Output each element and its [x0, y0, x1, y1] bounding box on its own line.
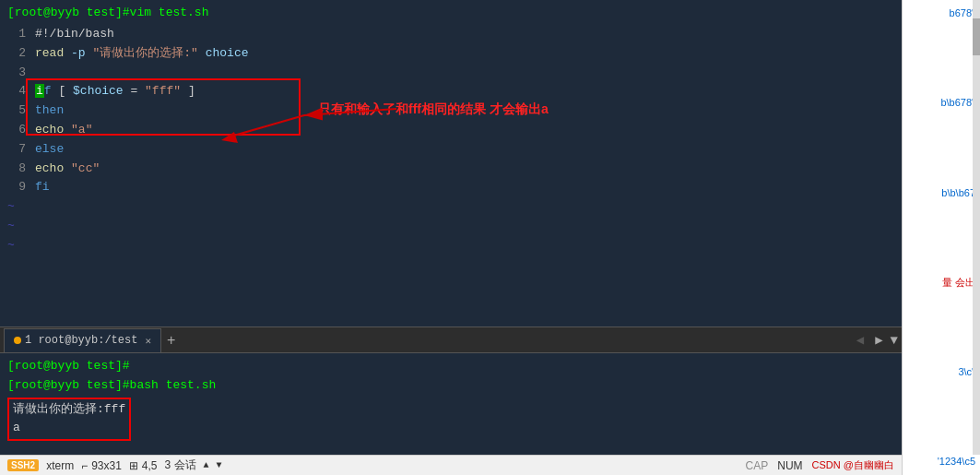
tilde-lines: ~ ~ ~ — [0, 197, 902, 255]
terminal-tab[interactable]: 1 root@byyb:/test ✕ — [4, 328, 161, 352]
terminal-input-box-wrapper: 请做出你的选择:fff a — [7, 396, 894, 442]
dimensions-label: ⌐ 93x31 — [81, 459, 122, 472]
tab-add-button[interactable]: + — [161, 332, 181, 349]
tab-close[interactable]: ✕ — [145, 335, 151, 347]
sidebar-item-3: b\b\b67 — [904, 184, 978, 203]
code-line-1: 1 #!/bin/bash — [7, 25, 894, 44]
editor-area: [root@byyb test]#vim test.sh 1 #!/bin/ba… — [0, 0, 902, 327]
tabs-right: ◀ ▶ ▼ — [853, 332, 898, 348]
terminal-line-1: [root@byyb test]# — [7, 357, 894, 376]
scrollbar-track — [973, 0, 980, 455]
tab-dot — [14, 337, 21, 344]
terminal-line-3: 请做出你的选择:fff — [13, 400, 125, 420]
num-label: NUM — [777, 459, 802, 472]
ssh2-icon: SSH2 — [7, 459, 39, 471]
status-right: CAP NUM CSDN @自幽幽白 — [746, 458, 894, 472]
right-sidebar: b678" b\b678" b\b\b67 量 会出 3\c" '1234\c5 — [902, 0, 980, 475]
code-line-4: 4 if [ $choice = "fff" ] — [7, 82, 894, 101]
tab-label: 1 root@byyb:/test — [25, 334, 137, 347]
sessions-up[interactable]: ▲ — [204, 460, 209, 470]
tilde-2: ~ — [7, 217, 894, 236]
code-line-5: 5 then — [7, 101, 894, 121]
tilde-3: ~ — [7, 236, 894, 255]
status-left: SSH2 xterm ⌐ 93x31 ⊞ 4,5 3 会话 ▲ ▼ — [7, 457, 222, 473]
watermark: CSDN @自幽幽白 — [812, 458, 894, 472]
code-line-2: 2 read -p "请做出你的选择:" choice — [7, 44, 894, 64]
terminal-input-box: 请做出你的选择:fff a — [7, 398, 131, 442]
terminal-line-4: a — [13, 419, 125, 438]
code-block: 1 #!/bin/bash 2 read -p "请做出你的选择:" choic… — [0, 25, 902, 197]
position-label: ⊞ 4,5 — [129, 459, 158, 472]
code-line-8: 8 echo "cc" — [7, 160, 894, 179]
sessions-down[interactable]: ▼ — [217, 460, 222, 470]
tab-nav-left[interactable]: ◀ — [853, 332, 868, 348]
code-line-9: 9 fi — [7, 178, 894, 197]
tab-bar: 1 root@byyb:/test ✕ + ◀ ▶ ▼ — [0, 327, 902, 353]
position-text: 4,5 — [142, 459, 158, 472]
sessions-label: 3 会话 — [165, 457, 196, 473]
sidebar-item-2: b\b678" — [904, 93, 978, 113]
top-command-text: [root@byyb test]#vim test.sh — [7, 6, 208, 19]
cap-label: CAP — [746, 459, 769, 472]
ssh2-indicator: SSH2 — [7, 459, 39, 471]
sidebar-item-1: b678" — [904, 4, 978, 23]
position-icon: ⊞ — [129, 459, 138, 472]
sidebar-item-5: 3\c" — [904, 362, 978, 382]
code-line-3: 3 — [7, 64, 894, 83]
scrollbar-thumb[interactable] — [973, 18, 980, 55]
tab-nav-dropdown[interactable]: ▼ — [891, 333, 898, 348]
tilde-1: ~ — [7, 197, 894, 217]
dimensions-text: 93x31 — [91, 459, 122, 472]
terminal-content: [root@byyb test]# [root@byyb test]#bash … — [0, 353, 902, 455]
top-command: [root@byyb test]#vim test.sh — [0, 4, 902, 25]
code-line-7: 7 else — [7, 140, 894, 160]
tab-nav-right[interactable]: ▶ — [871, 332, 886, 348]
main-area: [root@byyb test]#vim test.sh 1 #!/bin/ba… — [0, 0, 980, 475]
code-line-6: 6 echo "a" — [7, 121, 894, 140]
sidebar-item-4: 量 会出 — [904, 273, 978, 292]
xterm-label: xterm — [46, 459, 74, 472]
terminal-line-2: [root@byyb test]#bash test.sh — [7, 376, 894, 396]
tabs-left: 1 root@byyb:/test ✕ + — [4, 328, 181, 352]
sidebar-item-6: '1234\c5 — [904, 452, 978, 471]
left-panel: [root@byyb test]#vim test.sh 1 #!/bin/ba… — [0, 0, 902, 475]
dimensions-icon: ⌐ — [81, 459, 88, 472]
status-bar: SSH2 xterm ⌐ 93x31 ⊞ 4,5 3 会话 ▲ ▼ CAP NU… — [0, 455, 902, 475]
